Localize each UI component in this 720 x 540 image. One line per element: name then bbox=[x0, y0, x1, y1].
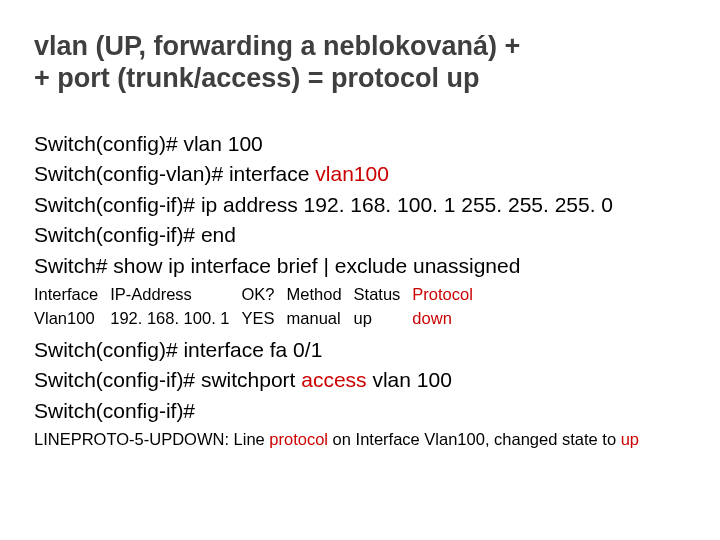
highlight-up: up bbox=[621, 430, 639, 448]
td-ok: YES bbox=[242, 307, 287, 331]
syslog-line: LINEPROTO-5-UPDOWN: Line protocol on Int… bbox=[34, 428, 686, 452]
cli-line: Switch(config-if)# switchport access vla… bbox=[34, 365, 686, 395]
title-line-2: + port (trunk/access) = protocol up bbox=[34, 62, 686, 94]
table-row: Vlan100 192. 168. 100. 1 YES manual up d… bbox=[34, 307, 485, 331]
table-row: Interface IP-Address OK? Method Status P… bbox=[34, 283, 485, 307]
td-protocol: down bbox=[412, 307, 485, 331]
highlight-access: access bbox=[301, 368, 366, 391]
th-protocol: Protocol bbox=[412, 283, 485, 307]
cli-block-2: Switch(config)# interface fa 0/1 Switch(… bbox=[34, 335, 686, 426]
th-status: Status bbox=[354, 283, 413, 307]
cli-line: Switch(config)# vlan 100 bbox=[34, 129, 686, 159]
td-ip: 192. 168. 100. 1 bbox=[110, 307, 241, 331]
td-interface: Vlan100 bbox=[34, 307, 110, 331]
th-interface: Interface bbox=[34, 283, 110, 307]
slide: vlan (UP, forwarding a neblokovaná) + + … bbox=[0, 0, 720, 462]
cli-line: Switch(config-if)# ip address 192. 168. … bbox=[34, 190, 686, 220]
cli-line: Switch(config-if)# bbox=[34, 396, 686, 426]
th-ok: OK? bbox=[242, 283, 287, 307]
th-ip: IP-Address bbox=[110, 283, 241, 307]
highlight-vlan100: vlan100 bbox=[315, 162, 389, 185]
td-status: up bbox=[354, 307, 413, 331]
cli-line: Switch# show ip interface brief | exclud… bbox=[34, 251, 686, 281]
slide-title: vlan (UP, forwarding a neblokovaná) + + … bbox=[34, 30, 686, 95]
interface-table: Interface IP-Address OK? Method Status P… bbox=[34, 283, 485, 331]
cli-block-1: Switch(config)# vlan 100 Switch(config-v… bbox=[34, 129, 686, 281]
highlight-protocol: protocol bbox=[269, 430, 328, 448]
cli-line: Switch(config)# interface fa 0/1 bbox=[34, 335, 686, 365]
cli-line: Switch(config-vlan)# interface vlan100 bbox=[34, 159, 686, 189]
td-method: manual bbox=[287, 307, 354, 331]
cli-line: Switch(config-if)# end bbox=[34, 220, 686, 250]
th-method: Method bbox=[287, 283, 354, 307]
title-line-1: vlan (UP, forwarding a neblokovaná) + bbox=[34, 30, 686, 62]
